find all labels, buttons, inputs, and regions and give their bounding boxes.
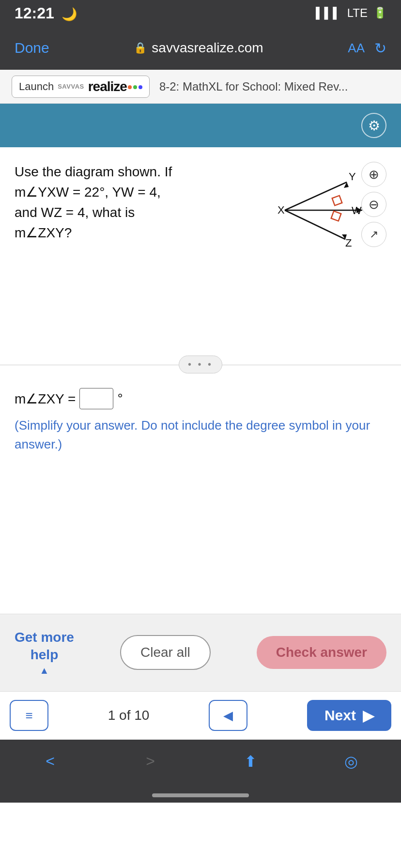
question-line-1: Use the diagram shown. If [15, 162, 261, 182]
blue-toolbar: ⚙ [0, 104, 401, 147]
gear-icon: ⚙ [368, 118, 380, 134]
done-button[interactable]: Done [15, 40, 49, 56]
ios-home-bar [0, 788, 401, 803]
answer-label: m∠ZXY = ° [15, 388, 386, 409]
next-button[interactable]: Next ▶ [307, 700, 391, 731]
svg-rect-6 [332, 196, 342, 206]
answer-section: m∠ZXY = ° (Simplify your answer. Do not … [0, 378, 401, 468]
ios-compass-button[interactable]: ◎ [332, 747, 370, 776]
nav-bar: ≡ 1 of 10 ◀ Next ▶ [0, 691, 401, 740]
prev-icon: ◀ [223, 708, 233, 723]
signal-icon: ▌▌▌ [316, 7, 341, 19]
ios-bottom-bar: < > ⬆ ◎ [0, 740, 401, 788]
previous-button[interactable]: ◀ [209, 700, 247, 731]
svg-text:X: X [278, 204, 285, 216]
moon-icon: 🌙 [62, 7, 77, 21]
ios-share-button[interactable]: ⬆ [231, 747, 270, 776]
page-info: 1 of 10 [108, 708, 150, 723]
browser-actions: AA ↻ [348, 40, 386, 57]
list-icon: ≡ [25, 708, 32, 723]
question-line-3: and WZ = 4, what is [15, 202, 261, 223]
url-text: savvasrealize.com [152, 40, 263, 56]
check-answer-button[interactable]: Check answer [257, 636, 386, 669]
question-list-button[interactable]: ≡ [10, 700, 48, 731]
breadcrumb: 8-2: MathXL for School: Mixed Rev... [159, 80, 348, 93]
svg-text:Y: Y [349, 170, 356, 183]
battery-icon: 🔋 [373, 7, 386, 19]
zoom-in-button[interactable]: ⊕ [361, 162, 386, 187]
content-spacer [0, 468, 401, 614]
expand-button[interactable]: ↗ [361, 222, 386, 247]
reload-button[interactable]: ↻ [374, 40, 386, 57]
clear-all-button[interactable]: Clear all [120, 635, 211, 670]
ios-forward-button[interactable]: > [131, 747, 170, 776]
url-bar[interactable]: 🔒 savvasrealize.com [59, 40, 339, 56]
question-text: Use the diagram shown. If m∠YXW = 22°, Y… [15, 162, 261, 341]
action-bar: Get morehelp ▲ Clear all Check answer [0, 614, 401, 691]
answer-label-text: m∠ZXY = [15, 391, 76, 407]
carrier-label: LTE [347, 6, 368, 20]
realize-logo: realize [88, 79, 142, 94]
question-line-4: m∠ZXY? [15, 223, 261, 243]
status-time: 12:21 🌙 [15, 4, 77, 22]
svg-rect-7 [331, 211, 341, 221]
answer-input[interactable] [79, 388, 113, 409]
ios-back-icon: < [46, 752, 55, 770]
ios-forward-icon: > [146, 752, 155, 770]
zoom-controls: ⊕ ⊖ ↗ [361, 162, 386, 247]
get-more-help-button[interactable]: Get morehelp ▲ [15, 629, 74, 677]
divider-row: • • • [0, 351, 401, 378]
answer-hint: (Simplify your answer. Do not include th… [15, 416, 386, 454]
launch-label: Launch [19, 80, 54, 93]
svg-text:Z: Z [345, 237, 352, 249]
ios-home-pill [152, 793, 249, 797]
ios-compass-icon: ◎ [344, 752, 358, 771]
diagram-svg: X Y W Z [270, 162, 367, 259]
status-bar: 12:21 🌙 ▌▌▌ LTE 🔋 [0, 0, 401, 26]
question-line-2: m∠YXW = 22°, YW = 4, [15, 182, 261, 202]
svg-line-4 [285, 210, 345, 239]
status-icons: ▌▌▌ LTE 🔋 [316, 6, 386, 20]
next-label: Next [324, 707, 356, 724]
launch-button[interactable]: Launch SAVVAS realize [12, 76, 150, 98]
question-diagram: X Y W Z ⊕ ⊖ ↗ [270, 162, 386, 341]
get-more-help-label: Get morehelp [15, 629, 74, 664]
ios-back-button[interactable]: < [31, 747, 70, 776]
app-header: Launch SAVVAS realize 8-2: MathXL for Sc… [0, 70, 401, 104]
next-icon: ▶ [363, 707, 374, 724]
degree-symbol: ° [117, 391, 123, 406]
zoom-out-button[interactable]: ⊖ [361, 192, 386, 217]
main-content: Use the diagram shown. If m∠YXW = 22°, Y… [0, 147, 401, 351]
divider-pill: • • • [179, 356, 222, 373]
settings-button[interactable]: ⚙ [361, 113, 386, 138]
ios-share-icon: ⬆ [244, 752, 257, 771]
lock-icon: 🔒 [134, 42, 147, 54]
browser-bar: Done 🔒 savvasrealize.com AA ↻ [0, 26, 401, 70]
svg-text:W: W [352, 204, 362, 217]
get-more-help-arrow-icon: ▲ [15, 664, 74, 677]
aa-button[interactable]: AA [348, 41, 365, 56]
